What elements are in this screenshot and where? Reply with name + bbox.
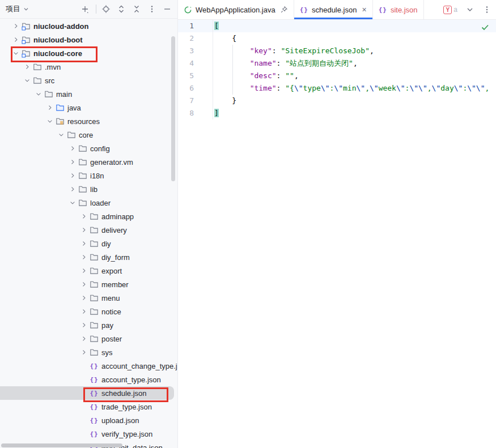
tree-item-trade-type-json[interactable]: {}trade_type.json [0,400,177,413]
chevron-right-icon[interactable] [68,157,77,167]
tree-item-sys[interactable]: sys [0,345,177,359]
chevron-down-icon[interactable] [11,49,20,58]
tree-item-lib[interactable]: lib [0,182,177,196]
tree-item-pay[interactable]: pay [0,318,177,332]
tree-item-generator-vm[interactable]: generator.vm [0,155,177,169]
expand-all-icon[interactable] [116,3,127,15]
editor-body[interactable]: 1[2 {3 "key": "SiteExpireCloseJob",4 "na… [178,20,496,448]
tree-item-poster[interactable]: poster [0,332,177,345]
gutter[interactable]: 5 [178,70,213,82]
chevron-down-icon[interactable] [45,117,54,126]
tree-item-account-change-type-json[interactable]: {}account_change_type.json [0,359,177,373]
chevron-right-icon[interactable] [79,212,88,221]
hide-panel-icon[interactable] [162,3,173,15]
chevron-spacer [79,375,88,384]
gutter[interactable]: 3 [178,45,213,57]
tree-item-delivery[interactable]: delivery [0,223,177,237]
more-options-icon[interactable] [146,3,158,15]
add-icon[interactable] [79,3,91,15]
gutter[interactable]: 1 [178,20,213,32]
chevron-right-icon[interactable] [79,253,88,262]
editor-more-options-icon[interactable] [482,5,491,14]
tab-schedule-json[interactable]: {}schedule.json× [294,0,373,19]
tab-webappapplication-java[interactable]: WebAppApplication.java [178,0,294,19]
source-folder-icon [56,103,65,112]
project-vertical-scrollbar-thumb[interactable] [171,36,175,181]
code-line-5[interactable]: 5 "desc": "", [178,70,496,82]
chevron-down-icon[interactable] [23,76,32,85]
chevron-right-icon[interactable] [23,62,32,71]
project-horizontal-scrollbar-thumb[interactable] [1,443,122,447]
inspections-ok-icon[interactable] [481,23,490,33]
chevron-spacer [79,402,88,411]
tree-item-niucloud-core[interactable]: niucloud-core [0,46,177,60]
tree-item-main[interactable]: main [0,87,177,101]
collapse-all-icon[interactable] [131,3,142,15]
tree-item-i18n[interactable]: i18n [0,169,177,182]
code-line-6[interactable]: 6 "time": "{\"type\":\"min\",\"week\":\"… [178,82,496,95]
chevron-right-icon[interactable] [11,35,20,44]
chevron-right-icon[interactable] [79,280,88,289]
chevron-right-icon[interactable] [79,293,88,302]
gutter[interactable]: 8 [178,107,213,120]
tree-item-member[interactable]: member [0,278,177,291]
project-tree: niucloud-addonniucloud-bootniucloud-core… [0,19,177,448]
gutter[interactable]: 7 [178,95,213,107]
chevron-down-icon[interactable] [68,198,77,207]
chevron-right-icon[interactable] [79,321,88,330]
json-file-icon: {} [90,429,99,438]
gutter[interactable]: 2 [178,32,213,45]
tree-item-verify-type-json[interactable]: {}verify_type.json [0,427,177,441]
code-line-2[interactable]: 2 { [178,32,496,45]
tree-item-src[interactable]: src [0,74,177,87]
translation-plugin-icon[interactable]: Ya [443,6,457,14]
tree-item-account-type-json[interactable]: {}account_type.json [0,373,177,386]
tree-item-menu[interactable]: menu [0,291,177,305]
tree-item-diy-form[interactable]: diy_form [0,250,177,264]
chevron-right-icon[interactable] [79,225,88,234]
chevron-right-icon[interactable] [79,348,88,357]
tree-item-diy[interactable]: diy [0,237,177,250]
chevron-down-icon[interactable] [57,130,66,139]
chevron-right-icon[interactable] [68,144,77,153]
code-view[interactable]: 1[2 {3 "key": "SiteExpireCloseJob",4 "na… [178,20,496,120]
project-panel: 项目 niucloud-addonniucloud-bootni [0,0,178,448]
chevron-right-icon[interactable] [68,185,77,194]
code-line-1[interactable]: 1[ [178,20,496,32]
tree-item-core[interactable]: core [0,128,177,142]
tree-item-niucloud-addon[interactable]: niucloud-addon [0,19,177,33]
chevron-down-icon[interactable] [34,89,43,99]
chevron-right-icon[interactable] [79,334,88,343]
tree-item-niucloud-boot[interactable]: niucloud-boot [0,33,177,46]
hidden-tabs-chevron-icon[interactable] [465,5,474,14]
chevron-right-icon[interactable] [79,266,88,275]
project-panel-title[interactable]: 项目 [6,4,20,14]
tree-item-loader[interactable]: loader [0,196,177,210]
tree-item-java[interactable]: java [0,101,177,114]
tree-item-schedule-json[interactable]: {}schedule.json [0,386,174,400]
chevron-right-icon[interactable] [68,171,77,180]
chevron-right-icon[interactable] [11,22,20,31]
tree-item-config[interactable]: config [0,142,177,155]
tree-item-export[interactable]: export [0,264,177,278]
close-tab-icon[interactable]: × [362,6,366,14]
tree-item-adminapp[interactable]: adminapp [0,210,177,223]
code-line-8[interactable]: 8] [178,107,496,120]
tab-site-json[interactable]: {}site.json [373,0,424,19]
tree-item-label: trade_type.json [101,403,152,411]
gutter[interactable]: 6 [178,82,213,95]
chevron-right-icon[interactable] [79,239,88,248]
folder-icon [33,62,42,71]
tree-item-notice[interactable]: notice [0,305,177,318]
code-line-4[interactable]: 4 "name": "站点到期自动关闭", [178,57,496,70]
tree-item-resources[interactable]: resources [0,114,177,128]
tree-item-upload-json[interactable]: {}upload.json [0,413,177,427]
gutter[interactable]: 4 [178,57,213,70]
chevron-right-icon[interactable] [45,103,54,112]
code-line-7[interactable]: 7 } [178,95,496,107]
chevron-right-icon[interactable] [79,307,88,316]
tree-item--mvn[interactable]: .mvn [0,60,177,74]
folder-icon [90,293,99,302]
locate-file-icon[interactable] [100,3,112,15]
code-line-3[interactable]: 3 "key": "SiteExpireCloseJob", [178,45,496,57]
